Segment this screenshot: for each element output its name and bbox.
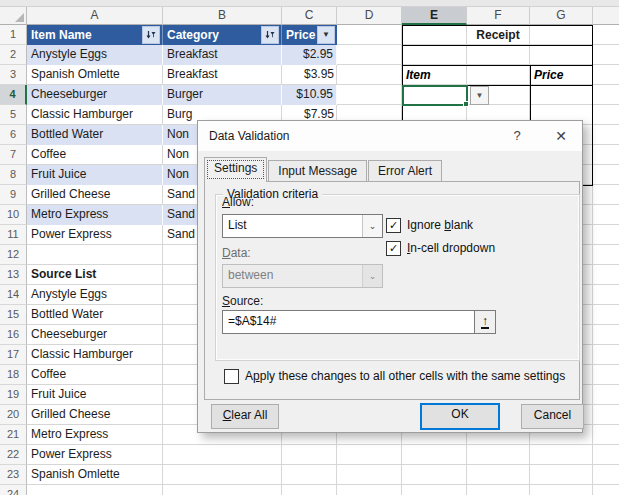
checkbox-unchecked[interactable] <box>224 369 239 384</box>
source-list-item[interactable]: Grilled Cheese <box>27 405 167 425</box>
row-header[interactable]: 15 <box>0 305 27 325</box>
row-header[interactable]: 8 <box>0 165 27 185</box>
row-header[interactable]: 21 <box>0 425 27 445</box>
source-list-item[interactable]: Spanish Omlette <box>27 465 167 485</box>
sort-filter-button[interactable] <box>261 26 279 44</box>
select-all-corner[interactable] <box>0 7 27 25</box>
source-list-item[interactable]: Power Express <box>27 445 167 465</box>
source-list-item[interactable]: Cheeseburger <box>27 325 167 345</box>
column-header[interactable]: D <box>337 7 402 25</box>
sort-filter-icon <box>265 30 275 40</box>
cell-item-name[interactable]: Classic Hamburger <box>27 105 163 125</box>
selected-cell-e4[interactable] <box>402 85 468 106</box>
row-header[interactable]: 22 <box>0 445 27 465</box>
allow-value: List <box>228 218 247 232</box>
sort-filter-button[interactable] <box>142 26 160 44</box>
fill-handle[interactable] <box>463 101 469 107</box>
row-header[interactable]: 13 <box>0 265 27 285</box>
source-list-item[interactable]: Fruit Juice <box>27 385 167 405</box>
cell-item-name[interactable]: Coffee <box>27 145 163 165</box>
cell-item-name[interactable]: Spanish Omlette <box>27 65 163 85</box>
cell-category[interactable]: Burger <box>163 85 282 105</box>
row-header[interactable]: 1 <box>0 25 27 45</box>
checkbox-checked[interactable]: ✓ <box>386 241 401 256</box>
source-list-item[interactable]: Metro Express <box>27 425 167 445</box>
cell-item-name[interactable]: Anystyle Eggs <box>27 45 163 65</box>
row-header[interactable]: 20 <box>0 405 27 425</box>
tab-error-alert[interactable]: Error Alert <box>368 160 442 182</box>
receipt-item-header-cell[interactable]: Item <box>403 65 463 85</box>
row-header[interactable]: 3 <box>0 65 27 85</box>
row-header[interactable]: 23 <box>0 465 27 485</box>
dialog-titlebar[interactable]: Data Validation ? ✕ <box>198 121 582 151</box>
in-cell-dropdown-button[interactable]: ▼ <box>470 86 489 105</box>
chevron-down-icon[interactable]: ⌄ <box>362 215 382 237</box>
cell-item-name[interactable]: Fruit Juice <box>27 165 163 185</box>
row-header[interactable]: 4 <box>0 85 27 105</box>
dialog-tabs: Settings Input Message Error Alert <box>204 157 443 182</box>
cell-item-name[interactable]: Bottled Water <box>27 125 163 145</box>
row-header[interactable]: 17 <box>0 345 27 365</box>
cell-category[interactable]: Breakfast <box>163 45 282 65</box>
source-input[interactable]: =$A$14# <box>222 310 479 334</box>
column-header[interactable]: F <box>467 7 530 25</box>
source-list-item[interactable]: Anystyle Eggs <box>27 285 167 305</box>
data-label: Data: <box>222 246 251 260</box>
cancel-button[interactable]: Cancel <box>521 404 584 429</box>
close-icon[interactable]: ✕ <box>552 127 570 145</box>
checkbox-checked[interactable]: ✓ <box>386 218 401 233</box>
row-header[interactable]: 11 <box>0 225 27 245</box>
header-cell-price[interactable]: Price ▼ <box>282 25 337 45</box>
tab-settings[interactable]: Settings <box>204 157 267 182</box>
cell-category[interactable]: Breakfast <box>163 65 282 85</box>
row-header[interactable]: 18 <box>0 365 27 385</box>
source-list-item[interactable]: Classic Hamburger <box>27 345 167 365</box>
source-list-item[interactable]: Bottled Water <box>27 305 167 325</box>
row-header[interactable]: 12 <box>0 245 27 265</box>
help-icon[interactable]: ? <box>508 127 526 145</box>
cell-price[interactable]: $10.95 <box>282 85 337 105</box>
cell-price[interactable]: $2.95 <box>282 45 337 65</box>
cell-item-name[interactable]: Metro Express <box>27 205 163 225</box>
header-cell-item-name[interactable]: Item Name <box>27 25 163 45</box>
column-header[interactable]: C <box>282 7 337 25</box>
clear-all-button[interactable]: Clear All <box>211 404 279 429</box>
ok-button[interactable]: OK <box>420 403 500 430</box>
cell-item-name[interactable]: Cheeseburger <box>27 85 163 105</box>
allow-combobox[interactable]: List ⌄ <box>222 214 383 238</box>
source-list: Anystyle Eggs Bottled Water Cheeseburger… <box>27 285 167 485</box>
row-header[interactable]: 19 <box>0 385 27 405</box>
filter-dropdown-button[interactable]: ▼ <box>317 26 335 44</box>
column-header[interactable]: B <box>163 7 282 25</box>
collapse-dialog-button[interactable]: ↑ <box>474 310 496 334</box>
cell-item-name[interactable]: Power Express <box>27 225 163 245</box>
row-header[interactable]: 5 <box>0 105 27 125</box>
ignore-blank-checkbox[interactable]: ✓ Ignore blank <box>386 218 473 233</box>
row-header[interactable]: 14 <box>0 285 27 305</box>
in-cell-dropdown-checkbox[interactable]: ✓ In-cell dropdown <box>386 241 495 256</box>
row-header[interactable]: 24 <box>0 485 27 495</box>
settings-tab-panel: Validation criteria Allow: List ⌄ ✓ Igno… <box>204 181 580 400</box>
apply-to-all-checkbox[interactable]: Apply these changes to all other cells w… <box>224 369 565 384</box>
row-header[interactable]: 2 <box>0 45 27 65</box>
header-cell-category[interactable]: Category <box>163 25 282 45</box>
row-header[interactable]: 10 <box>0 205 27 225</box>
source-list-item[interactable]: Coffee <box>27 365 167 385</box>
row-header[interactable]: 7 <box>0 145 27 165</box>
receipt-price-header-cell[interactable]: Price <box>531 65 591 85</box>
column-header[interactable]: A <box>27 7 163 25</box>
row-header[interactable]: 9 <box>0 185 27 205</box>
column-header[interactable]: G <box>530 7 593 25</box>
column-header[interactable] <box>593 7 619 25</box>
row-header[interactable]: 16 <box>0 325 27 345</box>
cell-item-name[interactable]: Grilled Cheese <box>27 185 163 205</box>
cell-price[interactable]: $3.95 <box>282 65 337 85</box>
column-header[interactable]: E <box>402 7 467 25</box>
data-combobox-disabled: between ⌄ <box>222 264 383 288</box>
header-label: Category <box>167 25 219 45</box>
row-header[interactable]: 6 <box>0 125 27 145</box>
receipt-title-cell[interactable]: Receipt <box>403 25 593 45</box>
header-label: Price <box>286 25 315 45</box>
source-list-title[interactable]: Source List <box>27 265 163 285</box>
tab-input-message[interactable]: Input Message <box>268 160 367 182</box>
